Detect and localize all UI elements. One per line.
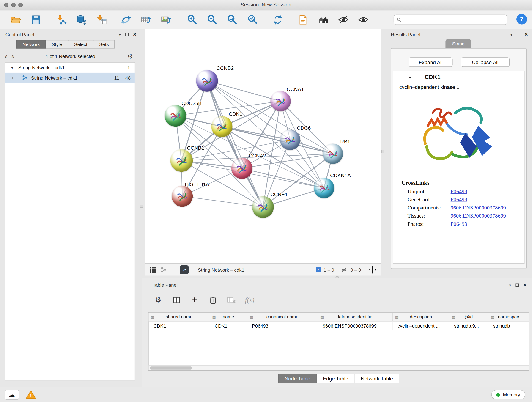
scrollbar-thumb[interactable] (150, 366, 192, 370)
collapse-all-networks-icon[interactable]: » (9, 55, 15, 58)
pan-move-icon[interactable] (368, 266, 377, 274)
panel-close-icon[interactable]: × (525, 33, 528, 36)
panel-close-icon[interactable]: × (523, 283, 527, 287)
panel-collapse-icon[interactable]: ▾ (119, 32, 121, 37)
crosslink-value-link[interactable]: P06493 (451, 188, 467, 195)
panel-divider-grip[interactable] (381, 150, 385, 153)
network-node-ccnb2[interactable] (196, 70, 218, 92)
network-node-cdc25b[interactable] (165, 105, 186, 127)
table-cell[interactable]: CDK1 (149, 321, 210, 330)
collection-disclosure-icon[interactable]: ▼ (11, 66, 14, 70)
tab-style[interactable]: Style (46, 40, 68, 49)
network-node-ccna1[interactable] (270, 91, 291, 111)
crosslink-value-link[interactable]: 9606.ENSP00000378699 (451, 213, 506, 219)
show-columns-icon[interactable] (172, 295, 181, 305)
tab-edge-table[interactable]: Edge Table (317, 374, 355, 383)
node-label: CCNA2 (249, 153, 266, 158)
crosslink-label: Uniprot: (408, 188, 451, 195)
tab-string[interactable]: String (445, 39, 471, 48)
open-session-icon[interactable] (8, 13, 22, 26)
memory-button[interactable]: Memory (491, 390, 525, 400)
tab-node-table[interactable]: Node Table (278, 374, 317, 383)
network-node-cdk1[interactable] (211, 116, 233, 137)
import-network-database-icon[interactable] (75, 13, 88, 26)
network-node-ccna2[interactable] (231, 158, 253, 179)
table-settings-gear-icon[interactable]: ⚙ (153, 295, 163, 305)
crosslink-value-link[interactable]: P06493 (451, 196, 467, 203)
gene-disclosure-icon[interactable]: ▼ (408, 75, 412, 80)
network-label: String Network – cdk1 (31, 75, 77, 80)
panel-collapse-icon[interactable]: ▾ (510, 32, 512, 37)
table-cell[interactable]: P06493 (247, 321, 318, 330)
zoom-selected-icon[interactable] (246, 13, 260, 26)
zoom-in-icon[interactable] (186, 13, 199, 26)
search-box[interactable] (394, 15, 507, 25)
panel-close-icon[interactable]: × (133, 33, 137, 36)
add-column-icon[interactable]: + (190, 295, 199, 305)
crosslink-value-link[interactable]: 9606.ENSP00000378699 (451, 205, 506, 211)
home-icon[interactable] (317, 13, 330, 26)
column-header--id[interactable]: ▦@id (449, 313, 488, 321)
column-header-description[interactable]: ▦description (393, 313, 449, 321)
results-panel-title: Results Panel (391, 32, 420, 37)
panel-float-icon[interactable] (125, 33, 129, 36)
new-network-icon[interactable] (119, 13, 133, 26)
import-network-file-icon[interactable] (55, 13, 68, 26)
crosslink-value-link[interactable]: P06493 (451, 221, 467, 227)
table-cell[interactable]: cyclin–dependent ... (393, 321, 449, 330)
table-row[interactable]: CDK1CDK1P064939606.ENSP00000378699cyclin… (149, 321, 529, 330)
network-row[interactable]: ● String Network – cdk1 11 48 (5, 73, 135, 83)
table-cell[interactable]: 9606.ENSP00000378699 (318, 321, 393, 330)
expand-all-networks-icon[interactable]: » (3, 55, 9, 58)
table-cell[interactable]: stringdb (488, 321, 529, 330)
cloud-icon[interactable]: ☁ (5, 390, 19, 400)
network-collection-row[interactable]: ▼ String Network – cdk1 1 (5, 62, 135, 72)
tab-network[interactable]: Network (16, 40, 46, 49)
show-graphics-details-icon[interactable] (356, 13, 370, 26)
network-options-gear-icon[interactable]: ⚙ (127, 52, 133, 60)
save-session-icon[interactable] (29, 13, 43, 26)
apply-layout-icon[interactable] (271, 13, 285, 26)
expand-all-button[interactable]: Expand All (409, 57, 453, 67)
hide-graphics-details-icon[interactable] (336, 13, 350, 26)
panel-float-icon[interactable] (517, 33, 520, 36)
column-header-name[interactable]: ▦name (210, 313, 247, 321)
zoom-out-icon[interactable] (206, 13, 219, 26)
network-node-rb1[interactable] (323, 143, 343, 164)
import-table-icon[interactable] (95, 13, 109, 26)
help-icon[interactable]: ? (516, 14, 527, 25)
column-header-namespac[interactable]: ▦namespac (488, 313, 529, 321)
column-header-shared-name[interactable]: ▦shared name (149, 313, 210, 321)
tab-select[interactable]: Select (68, 40, 93, 49)
copy-document-icon[interactable] (296, 13, 310, 26)
collapse-all-button[interactable]: Collapse All (461, 57, 510, 67)
network-canvas[interactable]: CCNB2CCNA1CDC25BCDK1CDC6RB1CCNB1CCNA2CDK… (145, 29, 381, 263)
table-cell[interactable]: stringdb:9... (449, 321, 488, 330)
open-in-window-icon[interactable]: ↗ (180, 265, 189, 274)
share-network-icon[interactable] (160, 267, 167, 273)
network-node-cdc6[interactable] (280, 130, 300, 150)
search-input[interactable] (404, 17, 504, 22)
tab-network-table[interactable]: Network Table (355, 374, 399, 383)
node-table: ▦shared name▦name▦canonical name▦databas… (148, 312, 529, 370)
network-node-cdkn1a[interactable] (314, 178, 334, 198)
delete-column-trash-icon[interactable] (208, 295, 218, 305)
column-header-database-identifier[interactable]: ▦database identifier (318, 313, 393, 321)
export-image-icon[interactable] (159, 13, 173, 26)
tab-sets[interactable]: Sets (94, 40, 115, 49)
table-horizontal-scrollbar[interactable] (149, 365, 529, 370)
zoom-fit-icon[interactable] (226, 13, 239, 26)
selected-items-checkbox-icon[interactable]: ✓ (316, 267, 321, 272)
panel-collapse-icon[interactable]: ▾ (509, 283, 511, 287)
export-table-icon[interactable] (139, 13, 152, 26)
network-node-ccne1[interactable] (252, 196, 274, 218)
protein-thumbnail (174, 153, 189, 168)
panel-divider-grip[interactable] (140, 205, 143, 208)
table-cell[interactable]: CDK1 (210, 321, 247, 330)
panel-float-icon[interactable] (515, 283, 519, 287)
network-node-hist1h1a[interactable] (172, 186, 193, 207)
birds-eye-view-icon[interactable] (149, 266, 156, 273)
network-node-ccnb1[interactable] (170, 149, 193, 172)
warning-icon[interactable]: ! (26, 390, 36, 401)
column-header-canonical-name[interactable]: ▦canonical name (247, 313, 318, 321)
